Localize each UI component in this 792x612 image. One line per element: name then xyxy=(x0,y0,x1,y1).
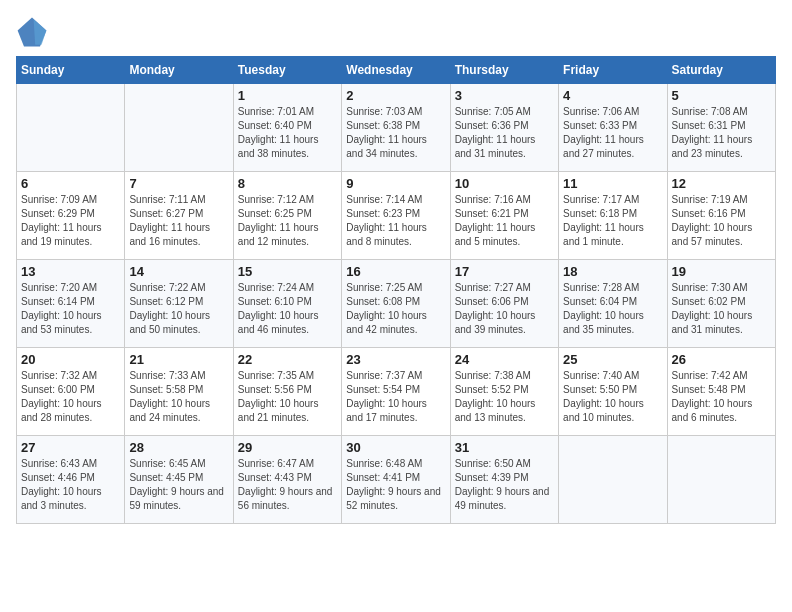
calendar-cell: 6Sunrise: 7:09 AMSunset: 6:29 PMDaylight… xyxy=(17,172,125,260)
calendar-cell: 15Sunrise: 7:24 AMSunset: 6:10 PMDayligh… xyxy=(233,260,341,348)
column-header-tuesday: Tuesday xyxy=(233,57,341,84)
calendar-cell: 5Sunrise: 7:08 AMSunset: 6:31 PMDaylight… xyxy=(667,84,775,172)
day-number: 11 xyxy=(563,176,662,191)
calendar-cell: 26Sunrise: 7:42 AMSunset: 5:48 PMDayligh… xyxy=(667,348,775,436)
calendar-cell: 24Sunrise: 7:38 AMSunset: 5:52 PMDayligh… xyxy=(450,348,558,436)
day-number: 10 xyxy=(455,176,554,191)
logo-icon xyxy=(16,16,48,48)
day-info: Sunrise: 7:01 AMSunset: 6:40 PMDaylight:… xyxy=(238,105,337,161)
day-info: Sunrise: 7:22 AMSunset: 6:12 PMDaylight:… xyxy=(129,281,228,337)
day-number: 31 xyxy=(455,440,554,455)
calendar-cell: 12Sunrise: 7:19 AMSunset: 6:16 PMDayligh… xyxy=(667,172,775,260)
day-info: Sunrise: 7:03 AMSunset: 6:38 PMDaylight:… xyxy=(346,105,445,161)
day-info: Sunrise: 7:30 AMSunset: 6:02 PMDaylight:… xyxy=(672,281,771,337)
day-number: 30 xyxy=(346,440,445,455)
calendar-week-1: 1Sunrise: 7:01 AMSunset: 6:40 PMDaylight… xyxy=(17,84,776,172)
day-number: 8 xyxy=(238,176,337,191)
calendar-cell: 8Sunrise: 7:12 AMSunset: 6:25 PMDaylight… xyxy=(233,172,341,260)
column-header-friday: Friday xyxy=(559,57,667,84)
day-number: 2 xyxy=(346,88,445,103)
day-info: Sunrise: 7:06 AMSunset: 6:33 PMDaylight:… xyxy=(563,105,662,161)
day-number: 3 xyxy=(455,88,554,103)
day-info: Sunrise: 7:37 AMSunset: 5:54 PMDaylight:… xyxy=(346,369,445,425)
day-info: Sunrise: 7:33 AMSunset: 5:58 PMDaylight:… xyxy=(129,369,228,425)
day-info: Sunrise: 7:14 AMSunset: 6:23 PMDaylight:… xyxy=(346,193,445,249)
day-number: 18 xyxy=(563,264,662,279)
day-info: Sunrise: 7:19 AMSunset: 6:16 PMDaylight:… xyxy=(672,193,771,249)
day-number: 23 xyxy=(346,352,445,367)
day-info: Sunrise: 7:35 AMSunset: 5:56 PMDaylight:… xyxy=(238,369,337,425)
logo xyxy=(16,16,52,48)
calendar-cell: 3Sunrise: 7:05 AMSunset: 6:36 PMDaylight… xyxy=(450,84,558,172)
day-number: 12 xyxy=(672,176,771,191)
column-header-saturday: Saturday xyxy=(667,57,775,84)
calendar-cell: 20Sunrise: 7:32 AMSunset: 6:00 PMDayligh… xyxy=(17,348,125,436)
day-number: 25 xyxy=(563,352,662,367)
calendar-cell xyxy=(125,84,233,172)
day-info: Sunrise: 6:50 AMSunset: 4:39 PMDaylight:… xyxy=(455,457,554,513)
column-header-monday: Monday xyxy=(125,57,233,84)
calendar-cell xyxy=(17,84,125,172)
calendar-cell: 27Sunrise: 6:43 AMSunset: 4:46 PMDayligh… xyxy=(17,436,125,524)
calendar-cell: 19Sunrise: 7:30 AMSunset: 6:02 PMDayligh… xyxy=(667,260,775,348)
calendar-cell: 11Sunrise: 7:17 AMSunset: 6:18 PMDayligh… xyxy=(559,172,667,260)
calendar-cell: 7Sunrise: 7:11 AMSunset: 6:27 PMDaylight… xyxy=(125,172,233,260)
calendar-cell: 22Sunrise: 7:35 AMSunset: 5:56 PMDayligh… xyxy=(233,348,341,436)
day-number: 15 xyxy=(238,264,337,279)
day-info: Sunrise: 7:40 AMSunset: 5:50 PMDaylight:… xyxy=(563,369,662,425)
day-info: Sunrise: 6:47 AMSunset: 4:43 PMDaylight:… xyxy=(238,457,337,513)
calendar-week-4: 20Sunrise: 7:32 AMSunset: 6:00 PMDayligh… xyxy=(17,348,776,436)
day-number: 26 xyxy=(672,352,771,367)
day-info: Sunrise: 7:11 AMSunset: 6:27 PMDaylight:… xyxy=(129,193,228,249)
calendar-week-3: 13Sunrise: 7:20 AMSunset: 6:14 PMDayligh… xyxy=(17,260,776,348)
day-info: Sunrise: 7:25 AMSunset: 6:08 PMDaylight:… xyxy=(346,281,445,337)
day-number: 28 xyxy=(129,440,228,455)
day-info: Sunrise: 7:24 AMSunset: 6:10 PMDaylight:… xyxy=(238,281,337,337)
day-number: 14 xyxy=(129,264,228,279)
calendar-cell: 29Sunrise: 6:47 AMSunset: 4:43 PMDayligh… xyxy=(233,436,341,524)
calendar-cell: 31Sunrise: 6:50 AMSunset: 4:39 PMDayligh… xyxy=(450,436,558,524)
calendar-cell: 16Sunrise: 7:25 AMSunset: 6:08 PMDayligh… xyxy=(342,260,450,348)
calendar-cell: 10Sunrise: 7:16 AMSunset: 6:21 PMDayligh… xyxy=(450,172,558,260)
calendar-cell: 13Sunrise: 7:20 AMSunset: 6:14 PMDayligh… xyxy=(17,260,125,348)
day-info: Sunrise: 7:09 AMSunset: 6:29 PMDaylight:… xyxy=(21,193,120,249)
day-number: 5 xyxy=(672,88,771,103)
calendar-cell: 4Sunrise: 7:06 AMSunset: 6:33 PMDaylight… xyxy=(559,84,667,172)
day-info: Sunrise: 6:43 AMSunset: 4:46 PMDaylight:… xyxy=(21,457,120,513)
day-info: Sunrise: 7:38 AMSunset: 5:52 PMDaylight:… xyxy=(455,369,554,425)
column-header-sunday: Sunday xyxy=(17,57,125,84)
day-number: 22 xyxy=(238,352,337,367)
calendar-table: SundayMondayTuesdayWednesdayThursdayFrid… xyxy=(16,56,776,524)
calendar-week-2: 6Sunrise: 7:09 AMSunset: 6:29 PMDaylight… xyxy=(17,172,776,260)
day-number: 17 xyxy=(455,264,554,279)
calendar-cell xyxy=(667,436,775,524)
column-header-wednesday: Wednesday xyxy=(342,57,450,84)
day-info: Sunrise: 7:05 AMSunset: 6:36 PMDaylight:… xyxy=(455,105,554,161)
day-number: 13 xyxy=(21,264,120,279)
calendar-cell: 9Sunrise: 7:14 AMSunset: 6:23 PMDaylight… xyxy=(342,172,450,260)
calendar-cell: 30Sunrise: 6:48 AMSunset: 4:41 PMDayligh… xyxy=(342,436,450,524)
day-number: 16 xyxy=(346,264,445,279)
svg-marker-1 xyxy=(34,19,47,45)
day-number: 21 xyxy=(129,352,228,367)
page-header xyxy=(16,16,776,48)
day-number: 27 xyxy=(21,440,120,455)
calendar-header-row: SundayMondayTuesdayWednesdayThursdayFrid… xyxy=(17,57,776,84)
calendar-week-5: 27Sunrise: 6:43 AMSunset: 4:46 PMDayligh… xyxy=(17,436,776,524)
calendar-cell: 2Sunrise: 7:03 AMSunset: 6:38 PMDaylight… xyxy=(342,84,450,172)
day-number: 1 xyxy=(238,88,337,103)
day-info: Sunrise: 7:12 AMSunset: 6:25 PMDaylight:… xyxy=(238,193,337,249)
day-info: Sunrise: 7:17 AMSunset: 6:18 PMDaylight:… xyxy=(563,193,662,249)
day-info: Sunrise: 7:27 AMSunset: 6:06 PMDaylight:… xyxy=(455,281,554,337)
calendar-cell: 17Sunrise: 7:27 AMSunset: 6:06 PMDayligh… xyxy=(450,260,558,348)
calendar-cell: 21Sunrise: 7:33 AMSunset: 5:58 PMDayligh… xyxy=(125,348,233,436)
day-number: 19 xyxy=(672,264,771,279)
day-info: Sunrise: 7:08 AMSunset: 6:31 PMDaylight:… xyxy=(672,105,771,161)
calendar-cell: 23Sunrise: 7:37 AMSunset: 5:54 PMDayligh… xyxy=(342,348,450,436)
day-number: 29 xyxy=(238,440,337,455)
calendar-cell xyxy=(559,436,667,524)
calendar-cell: 14Sunrise: 7:22 AMSunset: 6:12 PMDayligh… xyxy=(125,260,233,348)
day-number: 7 xyxy=(129,176,228,191)
day-number: 9 xyxy=(346,176,445,191)
day-info: Sunrise: 7:28 AMSunset: 6:04 PMDaylight:… xyxy=(563,281,662,337)
